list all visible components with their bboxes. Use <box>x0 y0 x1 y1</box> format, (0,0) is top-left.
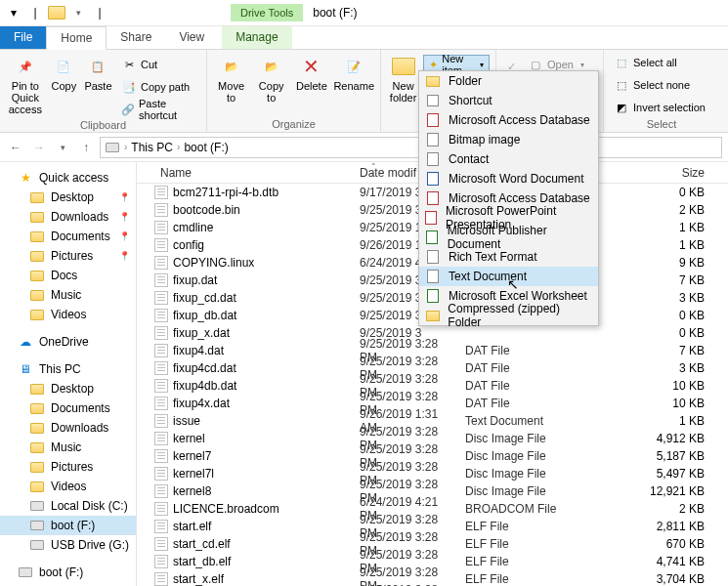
file-icon <box>154 467 168 481</box>
tree-item[interactable]: Docs <box>0 266 136 285</box>
select-all-button[interactable]: ⬚Select all <box>610 53 709 72</box>
menu-item[interactable]: Microsoft Word Document <box>419 169 598 188</box>
red-icon <box>425 210 438 226</box>
tree-item[interactable]: Documents📍 <box>0 227 136 246</box>
folder-icon <box>29 480 45 493</box>
cut-button[interactable]: ✂Cut <box>117 55 200 74</box>
tab-share[interactable]: Share <box>107 26 165 49</box>
crumb-this-pc[interactable]: This PC <box>131 141 173 154</box>
tree-item[interactable]: Pictures <box>0 457 136 477</box>
menu-item[interactable]: Compressed (zipped) Folder <box>419 306 598 325</box>
tab-manage[interactable]: Manage <box>222 26 291 49</box>
copy-path-button[interactable]: 📑Copy path <box>117 77 200 97</box>
tree-item[interactable]: Downloads <box>0 418 136 438</box>
tree-item[interactable]: boot (F:) <box>0 563 136 582</box>
new-folder-button[interactable]: New folder <box>387 52 419 132</box>
drive-icon <box>29 499 45 513</box>
invert-selection-button[interactable]: ◩Invert selection <box>610 98 709 117</box>
tree-item[interactable]: Local Disk (C:) <box>0 496 136 516</box>
select-none-button[interactable]: ⬚Select none <box>610 75 709 95</box>
tree-item[interactable]: Music <box>0 285 136 305</box>
file-icon <box>154 555 168 568</box>
menu-item[interactable]: Microsoft Access Database <box>419 110 598 130</box>
tree-item[interactable]: Videos <box>0 477 136 496</box>
delete-button[interactable]: ✕ Delete <box>293 52 329 118</box>
file-icon <box>154 256 168 270</box>
file-icon <box>154 397 168 410</box>
group-organize: 📂 Move to 📂 Copy to ✕ Delete 📝 Rename Or… <box>207 50 381 132</box>
contextual-tab-drive-tools: Drive Tools <box>231 4 303 21</box>
drive-icon <box>29 519 45 532</box>
file-icon <box>154 309 168 322</box>
tree-item[interactable]: Pictures📍 <box>0 246 136 266</box>
menu-item[interactable]: Bitmap image <box>419 130 598 149</box>
tab-view[interactable]: View <box>165 26 218 49</box>
folder-icon <box>29 249 45 263</box>
folder-icon <box>29 421 45 435</box>
star-icon: ★ <box>18 171 33 185</box>
drive-icon <box>18 565 33 579</box>
tree-item[interactable]: ★Quick access <box>0 168 136 188</box>
paste-shortcut-button[interactable]: 🔗Paste shortcut <box>117 100 200 119</box>
back-button[interactable]: ← <box>6 138 25 157</box>
breadcrumb[interactable]: › This PC › boot (F:) <box>100 137 722 158</box>
shortcut-icon: 🔗 <box>121 102 135 117</box>
paste-icon: 📋 <box>84 55 111 78</box>
move-to-button[interactable]: 📂 Move to <box>213 52 249 118</box>
folder-icon <box>29 210 45 224</box>
copyto-icon: 📂 <box>258 55 285 78</box>
col-name[interactable]: Name <box>137 166 352 180</box>
tree-item[interactable]: USB Drive (G:) <box>0 535 136 555</box>
rename-button[interactable]: 📝 Rename <box>333 52 374 118</box>
ribbon-tabs: File Home Share View Manage <box>0 26 728 50</box>
folder-icon <box>29 190 45 204</box>
grn-icon <box>425 288 441 304</box>
red-icon <box>425 112 441 128</box>
menu-item[interactable]: Text Document <box>419 267 598 286</box>
file-icon <box>154 484 168 498</box>
menu-item[interactable]: Contact <box>419 149 598 169</box>
doc-icon <box>425 151 441 167</box>
folder-icon <box>29 230 45 243</box>
up-button[interactable]: ↑ <box>76 138 96 157</box>
file-icon <box>154 537 168 551</box>
rename-icon: 📝 <box>340 55 367 78</box>
crumb-location[interactable]: boot (F:) <box>184 141 228 154</box>
chevron-right-icon: › <box>124 142 127 152</box>
tree-item[interactable]: Desktop📍 <box>0 188 136 207</box>
tree-item[interactable]: Documents <box>0 398 136 418</box>
chevron-down-icon: ▾ <box>480 61 484 69</box>
pin-icon: 📌 <box>12 55 39 78</box>
sparkle-icon: ✦ <box>429 59 438 71</box>
cut-icon: ✂ <box>121 57 137 72</box>
tab-home[interactable]: Home <box>46 26 107 50</box>
folder-icon <box>425 73 441 89</box>
forward-button[interactable]: → <box>29 138 49 157</box>
tree-item[interactable]: 🖥This PC <box>0 359 136 379</box>
paste-button[interactable]: 📋 Paste <box>83 52 113 119</box>
new-folder-icon <box>390 55 417 78</box>
drive-icon <box>29 538 45 552</box>
tree-item[interactable]: ☁OneDrive <box>0 332 136 352</box>
qat-dropdown-icon[interactable]: ▾ <box>4 3 23 22</box>
tree-item[interactable]: Music <box>0 438 136 457</box>
tree-item[interactable]: Desktop <box>0 379 136 398</box>
tree-item[interactable]: Downloads📍 <box>0 207 136 227</box>
copy-button[interactable]: 📄 Copy <box>49 52 79 119</box>
recent-locations-button[interactable]: ▾ <box>53 138 72 157</box>
folder-icon <box>29 288 45 302</box>
doc-icon <box>425 132 441 147</box>
qat-folder-icon[interactable] <box>47 3 66 22</box>
file-icon <box>154 203 168 217</box>
tree-item[interactable]: boot (F:) <box>0 516 136 535</box>
navigation-tree: ★Quick accessDesktop📍Downloads📍Documents… <box>0 162 137 586</box>
tree-item[interactable]: Videos <box>0 305 136 324</box>
copy-to-button[interactable]: 📂 Copy to <box>253 52 289 118</box>
drive-icon <box>105 141 120 154</box>
menu-item[interactable]: Shortcut <box>419 91 598 110</box>
tab-file[interactable]: File <box>0 26 46 49</box>
qat-overflow-icon[interactable]: ▾ <box>68 3 88 22</box>
pin-quick-access-button[interactable]: 📌 Pin to Quick access <box>6 52 45 119</box>
file-icon <box>154 449 168 463</box>
menu-item[interactable]: Folder <box>419 71 598 91</box>
